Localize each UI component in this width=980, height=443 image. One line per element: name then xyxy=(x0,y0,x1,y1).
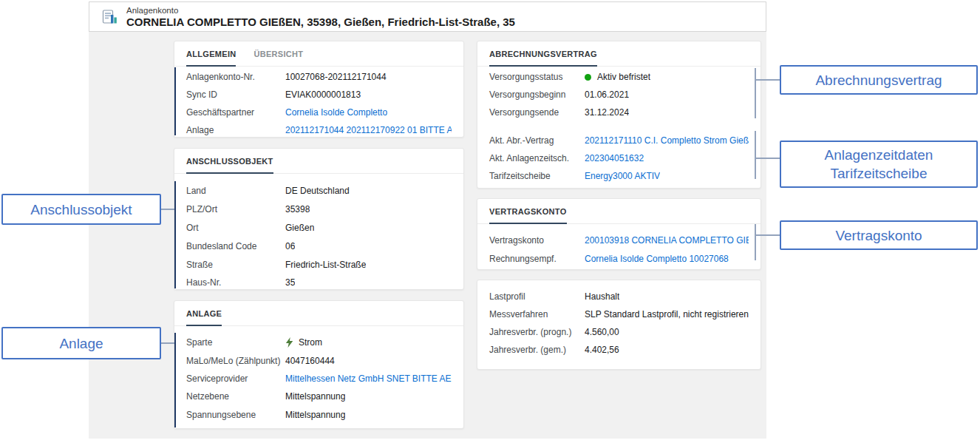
field-value: Friedrich-List-Straße xyxy=(285,260,366,270)
field-value: 31.12.2024 xyxy=(585,107,629,118)
field-value: 06 xyxy=(285,241,295,251)
field-row-jahresverbr-gem: Jahresverbr. (gem.) 4.402,56 xyxy=(489,341,749,359)
field-row-versorgungsende: Versorgungsende 31.12.2024 xyxy=(489,104,749,121)
field-row-spannungsebene: Spannungsebene Mittelspannung xyxy=(186,406,452,424)
field-row-serviceprovider: Serviceprovider Mittelhessen Netz GmbH S… xyxy=(186,370,452,388)
tab-strip: ALLGEMEIN ÜBERSICHT xyxy=(174,41,463,67)
field-label: Messverfahren xyxy=(489,309,585,319)
card-title: ABRECHNUNGSVERTRAG xyxy=(489,41,597,66)
card-title-bar: VERTRAGSKONTO xyxy=(477,199,760,224)
tarifzeitscheibe-link[interactable]: Energy3000 AKTIV xyxy=(585,171,660,181)
geschaeftspartner-link[interactable]: Cornelia Isolde Completto xyxy=(285,107,387,118)
field-row-lastprofil: Lastprofil Haushalt xyxy=(489,288,749,305)
field-label: Versorgungsbeginn xyxy=(489,89,585,100)
bracket-line-anlage xyxy=(174,333,176,427)
field-row-tarifzeitscheibe: Tarifzeitscheibe Energy3000 AKTIV xyxy=(489,167,749,185)
callout-anlagenzeitdaten: Anlagenzeitdaten Tarifzeitscheibe xyxy=(780,141,978,188)
bracket-line-abrechnungsvertrag xyxy=(755,68,756,118)
field-row-strasse: Straße Friedrich-List-Straße xyxy=(186,255,452,274)
anlagenkonto-icon xyxy=(101,8,119,26)
field-row-akt-abr-vertrag: Akt. Abr.-Vertrag 202112171110 C.I. Comp… xyxy=(489,132,749,149)
field-value: 35 xyxy=(285,277,295,288)
bolt-icon xyxy=(285,337,293,348)
card-vertragskonto: VERTRAGSKONTO Vertragskonto 200103918 CO… xyxy=(477,198,761,270)
field-value: 4047160444 xyxy=(285,356,335,366)
connector-vertragskonto xyxy=(756,234,780,236)
field-value: 01.06.2021 xyxy=(585,89,629,100)
rechnungsempf-link[interactable]: Cornelia Isolde Completto 10027068 xyxy=(585,254,729,264)
field-label: Geschäftspartner xyxy=(186,107,285,118)
field-label: Serviceprovider xyxy=(186,373,285,384)
card-anlage: ANLAGE Sparte Strom MaLo/MeLo (Zählpunkt… xyxy=(174,300,464,429)
field-label: Ort xyxy=(186,223,285,233)
header-text: Anlagenkonto CORNELIA COMPLETTO GIEßEN, … xyxy=(126,5,515,29)
field-label: Anlage xyxy=(186,125,285,135)
field-label: Rechnungsempf. xyxy=(489,254,585,264)
card-title-bar: ANSCHLUSSOBJEKT xyxy=(174,149,463,174)
tab-uebersicht[interactable]: ÜBERSICHT xyxy=(253,41,303,66)
field-value: 4.402,56 xyxy=(585,345,619,355)
callout-anlage: Anlage xyxy=(1,327,161,359)
field-value: 35398 xyxy=(285,204,310,214)
field-value: Haushalt xyxy=(585,291,619,302)
field-row-messverfahren: Messverfahren SLP Standard Lastprofil, n… xyxy=(489,305,749,323)
field-value: Aktiv befristet xyxy=(585,72,650,82)
field-row-land: Land DE Deutschland xyxy=(186,182,452,200)
anlagenzeitsch-link[interactable]: 202304051632 xyxy=(585,153,644,163)
field-value: DE Deutschland xyxy=(285,186,350,196)
callout-label: Abrechnungsvertrag xyxy=(815,71,942,89)
field-label: Tarifzeitscheibe xyxy=(489,171,585,181)
field-label: Akt. Anlagenzeitsch. xyxy=(489,153,585,163)
page-subtitle: CORNELIA COMPLETTO GIEßEN, 35398, Gießen… xyxy=(126,16,515,29)
field-value: 4.560,00 xyxy=(585,327,619,337)
bracket-line-allgemein xyxy=(174,67,176,135)
row-gap xyxy=(489,121,749,132)
bracket-line-anlagenzeitdaten xyxy=(755,131,756,179)
anlage-link[interactable]: 202112171044 202112170922 01 BITTE AENDE… xyxy=(285,125,452,135)
vertragskonto-link[interactable]: 200103918 CORNELIA COMPLETTO GIEßEN xyxy=(585,235,749,246)
field-label: Akt. Abr.-Vertrag xyxy=(489,135,585,146)
card-verbrauch: Lastprofil Haushalt Messverfahren SLP St… xyxy=(477,280,761,370)
callout-vertragskonto: Vertragskonto xyxy=(780,220,978,250)
field-row-haus-nr: Haus-Nr. 35 xyxy=(186,274,452,290)
abr-vertrag-link[interactable]: 202112171110 C.I. Completto Strom Gießen xyxy=(585,135,749,146)
card-title-bar: ABRECHNUNGSVERTRAG xyxy=(477,41,760,67)
field-row-ort: Ort Gießen xyxy=(186,219,452,237)
tab-allgemein[interactable]: ALLGEMEIN xyxy=(186,41,236,66)
field-value: SLP Standard Lastprofil, nicht registrie… xyxy=(585,309,749,319)
versorgungsstatus-value: Aktiv befristet xyxy=(597,72,650,82)
connector-anlage xyxy=(161,342,174,344)
connector-abrechnungsvertrag xyxy=(756,79,780,81)
field-label: Spannungsebene xyxy=(186,410,285,420)
field-label: Sparte xyxy=(186,337,285,348)
field-row-versorgungsbeginn: Versorgungsbeginn 01.06.2021 xyxy=(489,86,749,104)
field-label: Netzebene xyxy=(186,391,285,402)
field-row-versorgungsstatus: Versorgungsstatus Aktiv befristet xyxy=(489,68,749,86)
field-label: Sync ID xyxy=(186,89,285,100)
field-label: MaLo/MeLo (Zählpunkt) xyxy=(186,356,285,366)
field-row-anlage: Anlage 202112171044 202112170922 01 BITT… xyxy=(186,121,452,138)
callout-abrechnungsvertrag: Abrechnungsvertrag xyxy=(780,65,978,95)
field-label: PLZ/Ort xyxy=(186,204,285,214)
field-label: Versorgungsstatus xyxy=(489,72,585,82)
field-value: Mittelspannung xyxy=(285,391,345,402)
connector-anlagenzeitdaten xyxy=(756,158,780,159)
callout-label: Anlagenzeitdaten xyxy=(825,146,933,164)
bracket-line-anschlussobjekt xyxy=(174,181,176,288)
field-label: Versorgungsende xyxy=(489,107,585,118)
field-value: 10027068-202112171044 xyxy=(285,72,387,82)
field-row-anlagenkonto-nr: Anlagenkonto-Nr. 10027068-202112171044 xyxy=(186,68,452,86)
sparte-value: Strom xyxy=(299,337,322,348)
field-row-rechnungsempf: Rechnungsempf. Cornelia Isolde Completto… xyxy=(489,249,749,268)
field-label: Bundesland Code xyxy=(186,241,285,251)
field-value: EVIAK0000001813 xyxy=(285,89,361,100)
callout-label: Anlage xyxy=(59,334,103,353)
field-value: Strom xyxy=(285,337,322,348)
page: Anlagenkonto CORNELIA COMPLETTO GIEßEN, … xyxy=(0,0,980,443)
field-label: Straße xyxy=(186,260,285,270)
field-row-geschaeftspartner: Geschäftspartner Cornelia Isolde Complet… xyxy=(186,104,452,121)
field-row-akt-anlagenzeitsch: Akt. Anlagenzeitsch. 202304051632 xyxy=(489,149,749,167)
field-row-netzebene: Netzebene Mittelspannung xyxy=(186,388,452,405)
field-row-vertragskonto: Vertragskonto 200103918 CORNELIA COMPLET… xyxy=(489,231,749,249)
serviceprovider-link[interactable]: Mittelhessen Netz GmbH SNET BITTE AENDER… xyxy=(285,373,452,384)
